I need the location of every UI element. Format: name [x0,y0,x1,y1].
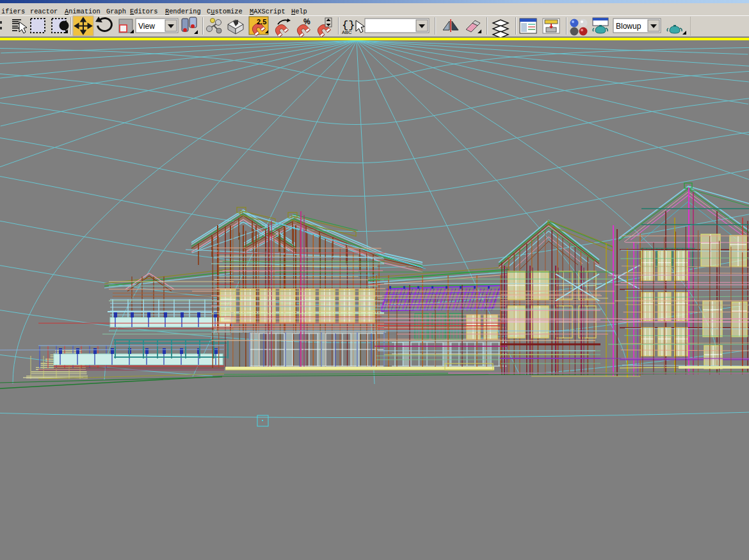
svg-text:%: % [303,17,310,26]
svg-text:ABC: ABC [342,29,352,35]
svg-text:View: View [138,22,155,31]
svg-text:Blowup: Blowup [616,22,641,31]
svg-text:2.5: 2.5 [257,18,266,26]
